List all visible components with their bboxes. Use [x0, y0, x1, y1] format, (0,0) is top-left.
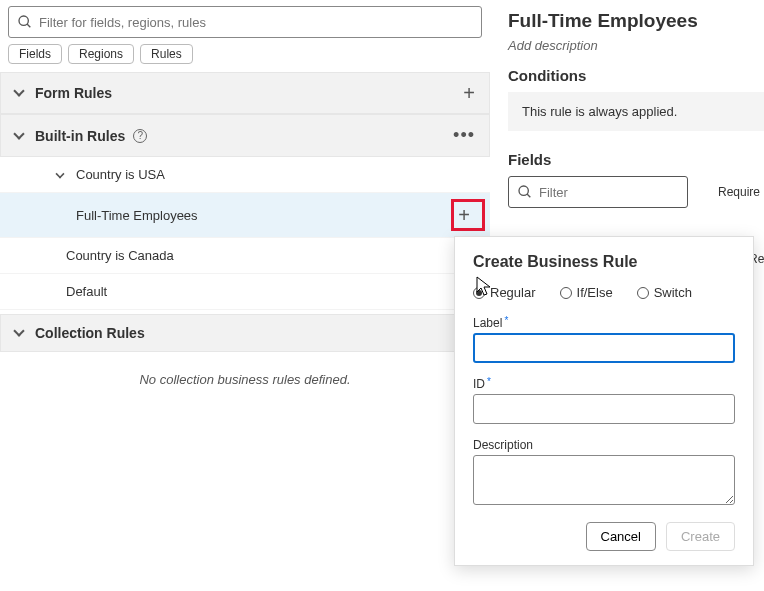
add-description-link[interactable]: Add description	[508, 32, 764, 67]
tree-label: Country is USA	[76, 167, 165, 182]
fields-filter-input[interactable]	[539, 185, 679, 200]
radio-regular[interactable]: Regular	[473, 285, 536, 300]
svg-point-0	[19, 16, 28, 25]
tree-row-default[interactable]: Default	[0, 274, 490, 310]
tree-label: Full-Time Employees	[76, 208, 198, 223]
create-business-rule-dialog: Create Business Rule Regular If/Else Swi…	[454, 236, 754, 566]
tree-row-country-canada[interactable]: Country is Canada	[0, 238, 490, 274]
column-required: Require	[718, 185, 760, 199]
id-label: ID*	[473, 377, 735, 391]
radio-label: Regular	[490, 285, 536, 300]
chevron-down-icon	[13, 128, 24, 139]
search-input[interactable]	[39, 15, 473, 30]
fields-filter-box	[508, 176, 688, 208]
id-input[interactable]	[473, 394, 735, 424]
chip-regions[interactable]: Regions	[68, 44, 134, 64]
svg-line-1	[27, 24, 30, 27]
dialog-title: Create Business Rule	[473, 253, 735, 271]
more-menu-button[interactable]: •••	[453, 125, 475, 146]
collection-rules-header[interactable]: Collection Rules	[0, 314, 490, 352]
radio-switch[interactable]: Switch	[637, 285, 692, 300]
description-label: Description	[473, 438, 735, 452]
search-icon	[17, 14, 33, 30]
fields-heading: Fields	[508, 151, 764, 168]
svg-point-2	[519, 186, 528, 195]
tree-label: Country is Canada	[66, 248, 174, 263]
cancel-button[interactable]: Cancel	[586, 522, 656, 551]
plus-icon: +	[458, 205, 470, 225]
collection-rules-title: Collection Rules	[35, 325, 145, 341]
rules-tree: Country is USA Full-Time Employees + Cou…	[0, 157, 490, 310]
form-rules-header[interactable]: Form Rules +	[0, 72, 490, 114]
help-icon[interactable]: ?	[133, 129, 147, 143]
create-button[interactable]: Create	[666, 522, 735, 551]
radio-ifelse[interactable]: If/Else	[560, 285, 613, 300]
empty-collection-message: No collection business rules defined.	[0, 352, 490, 417]
tree-row-full-time-employees[interactable]: Full-Time Employees +	[0, 193, 490, 238]
tree-row-country-usa[interactable]: Country is USA	[0, 157, 490, 193]
chevron-down-icon	[55, 169, 64, 178]
chip-rules[interactable]: Rules	[140, 44, 193, 64]
tree-label: Default	[66, 284, 107, 299]
label-input[interactable]	[473, 333, 735, 363]
search-icon	[517, 184, 533, 200]
chevron-down-icon	[13, 325, 24, 336]
label-label: Label*	[473, 316, 735, 330]
builtin-rules-title: Built-in Rules	[35, 128, 125, 144]
add-child-rule-button[interactable]: +	[452, 203, 476, 227]
chevron-down-icon	[13, 85, 24, 96]
radio-icon	[473, 287, 485, 299]
builtin-rules-header[interactable]: Built-in Rules ? •••	[0, 114, 490, 157]
form-rules-title: Form Rules	[35, 85, 112, 101]
search-box	[8, 6, 482, 38]
radio-icon	[560, 287, 572, 299]
add-form-rule-button[interactable]: +	[463, 83, 475, 103]
radio-icon	[637, 287, 649, 299]
conditions-heading: Conditions	[508, 67, 764, 84]
description-textarea[interactable]	[473, 455, 735, 505]
svg-line-3	[527, 194, 530, 197]
conditions-info: This rule is always applied.	[508, 92, 764, 131]
rules-tree-pane: Fields Regions Rules Form Rules + Built-…	[0, 0, 490, 591]
page-title: Full-Time Employees	[508, 8, 764, 32]
radio-label: If/Else	[577, 285, 613, 300]
radio-label: Switch	[654, 285, 692, 300]
chip-fields[interactable]: Fields	[8, 44, 62, 64]
